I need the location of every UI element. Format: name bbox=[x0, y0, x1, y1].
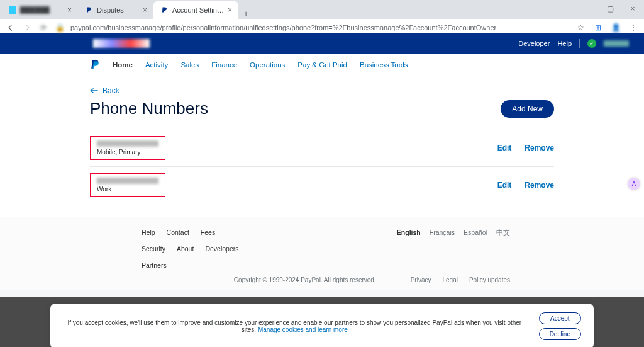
tab-title: Disputes bbox=[97, 6, 139, 14]
footer-links: Help Contact Fees Security About Develop… bbox=[86, 229, 250, 269]
phone-entry: Mobile, Primary bbox=[90, 136, 165, 160]
page-body: Developer Help ✓ Home Activity Sales Fin… bbox=[0, 33, 644, 290]
assistant-avatar-icon[interactable]: A bbox=[628, 178, 640, 190]
footer-link[interactable]: Partners bbox=[142, 261, 167, 269]
tab-close-icon[interactable]: × bbox=[228, 6, 232, 14]
help-link[interactable]: Help bbox=[557, 40, 572, 47]
phone-label: Mobile, Primary bbox=[97, 149, 158, 156]
nav-tools[interactable]: Business Tools bbox=[360, 61, 408, 69]
utility-links: Developer Help ✓ bbox=[518, 39, 629, 48]
nav-operations[interactable]: Operations bbox=[250, 61, 285, 69]
tab-title: Account Settings - PayPal bbox=[172, 6, 224, 14]
brand-logo[interactable] bbox=[93, 39, 150, 48]
user-name[interactable] bbox=[604, 40, 629, 47]
footer-link[interactable]: Security bbox=[142, 245, 165, 253]
cookie-text: If you accept cookies, we'll use them to… bbox=[63, 319, 526, 333]
back-link[interactable]: Back bbox=[90, 86, 554, 95]
content-area: Back Phone Numbers Add New Mobile, Prima… bbox=[86, 76, 558, 217]
lang-es[interactable]: Español bbox=[464, 229, 487, 269]
paypal-favicon-icon bbox=[84, 6, 93, 14]
footer-link[interactable]: About bbox=[177, 245, 194, 253]
nav-finance[interactable]: Finance bbox=[211, 61, 237, 69]
utility-bar: Developer Help ✓ bbox=[0, 33, 644, 54]
minimize-button[interactable]: ─ bbox=[576, 0, 599, 18]
lang-zh[interactable]: 中文 bbox=[496, 229, 510, 269]
bookmark-star-icon[interactable]: ☆ bbox=[575, 22, 586, 33]
back-nav-icon[interactable] bbox=[5, 22, 16, 33]
menu-dots-icon[interactable]: ⋮ bbox=[628, 22, 639, 33]
tab-strip: ██████ × Disputes × Account Settings - P… bbox=[0, 0, 644, 19]
url-bar[interactable]: paypal.com/businessmanage/profile/person… bbox=[70, 24, 570, 31]
close-window-button[interactable]: × bbox=[621, 0, 644, 18]
maximize-button[interactable]: ▢ bbox=[599, 0, 621, 18]
developer-link[interactable]: Developer bbox=[518, 40, 550, 47]
heading-row: Phone Numbers Add New bbox=[90, 99, 554, 118]
forward-nav-icon[interactable] bbox=[21, 22, 33, 33]
footer-link[interactable]: Contact bbox=[167, 229, 189, 236]
phone-row-primary: Mobile, Primary Edit Remove bbox=[90, 130, 554, 166]
footer-link[interactable]: Help bbox=[142, 229, 155, 236]
edit-link[interactable]: Edit bbox=[497, 181, 512, 190]
new-tab-button[interactable]: + bbox=[238, 9, 253, 19]
nav-pay[interactable]: Pay & Get Paid bbox=[297, 61, 347, 69]
browser-tab-active[interactable]: Account Settings - PayPal × bbox=[153, 1, 238, 19]
separator bbox=[399, 277, 399, 283]
back-label: Back bbox=[103, 86, 119, 95]
browser-tab[interactable]: ██████ × bbox=[3, 1, 78, 19]
tab-close-icon[interactable]: × bbox=[143, 6, 147, 14]
lang-en[interactable]: English bbox=[397, 229, 421, 269]
cookie-buttons: Accept Decline bbox=[539, 312, 581, 340]
edit-link[interactable]: Edit bbox=[497, 144, 512, 152]
phone-label: Work bbox=[97, 186, 158, 193]
browser-chrome: ██████ × Disputes × Account Settings - P… bbox=[0, 0, 644, 33]
window-controls: ─ ▢ × bbox=[576, 0, 644, 18]
accept-cookies-button[interactable]: Accept bbox=[539, 312, 581, 324]
phone-actions: Edit Remove bbox=[497, 181, 554, 190]
legal-row: Copyright © 1999-2024 PayPal. All rights… bbox=[86, 276, 558, 283]
phone-entry: Work bbox=[90, 173, 165, 197]
separator bbox=[518, 181, 518, 190]
extension-icon[interactable]: ⊞ bbox=[592, 22, 604, 33]
language-selector: English Français Español 中文 bbox=[397, 229, 558, 269]
copyright: Copyright © 1999-2024 PayPal. All rights… bbox=[234, 276, 376, 283]
nav-activity[interactable]: Activity bbox=[145, 61, 168, 69]
cookie-banner: If you accept cookies, we'll use them to… bbox=[50, 304, 594, 347]
separator bbox=[579, 39, 580, 48]
legal-link[interactable]: Privacy bbox=[411, 276, 431, 283]
paypal-logo-icon[interactable] bbox=[90, 59, 100, 71]
favicon-icon bbox=[9, 6, 16, 14]
profile-icon[interactable]: 👤 bbox=[610, 22, 621, 33]
reload-icon[interactable]: ⟳ bbox=[38, 22, 49, 33]
add-new-button[interactable]: Add New bbox=[501, 100, 554, 118]
footer: Help Contact Fees Security About Develop… bbox=[0, 217, 644, 290]
phone-number-masked bbox=[97, 178, 158, 184]
nav-sales[interactable]: Sales bbox=[180, 61, 199, 69]
site-info-icon[interactable]: 🔒 bbox=[54, 22, 65, 33]
remove-link[interactable]: Remove bbox=[525, 181, 554, 190]
phone-number-masked bbox=[97, 140, 158, 147]
paypal-favicon-icon bbox=[160, 6, 169, 14]
legal-link[interactable]: Legal bbox=[442, 276, 457, 283]
decline-cookies-button[interactable]: Decline bbox=[539, 328, 581, 340]
tab-title: ██████ bbox=[20, 6, 64, 14]
lang-fr[interactable]: Français bbox=[430, 229, 455, 269]
footer-link[interactable]: Fees bbox=[201, 229, 215, 236]
manage-cookies-link[interactable]: Manage cookies and learn more bbox=[258, 326, 348, 333]
remove-link[interactable]: Remove bbox=[525, 144, 554, 152]
main-nav-bar: Home Activity Sales Finance Operations P… bbox=[0, 54, 644, 76]
phone-actions: Edit Remove bbox=[497, 144, 554, 152]
legal-link[interactable]: Policy updates bbox=[469, 276, 510, 283]
browser-tab[interactable]: Disputes × bbox=[78, 1, 153, 19]
shield-icon[interactable]: ✓ bbox=[587, 39, 596, 48]
tab-close-icon[interactable]: × bbox=[67, 6, 72, 14]
separator bbox=[518, 144, 518, 152]
footer-link[interactable]: Developers bbox=[205, 245, 238, 253]
page-title: Phone Numbers bbox=[90, 99, 208, 118]
nav-home[interactable]: Home bbox=[113, 61, 133, 69]
phone-row-work: Work Edit Remove bbox=[90, 167, 554, 203]
